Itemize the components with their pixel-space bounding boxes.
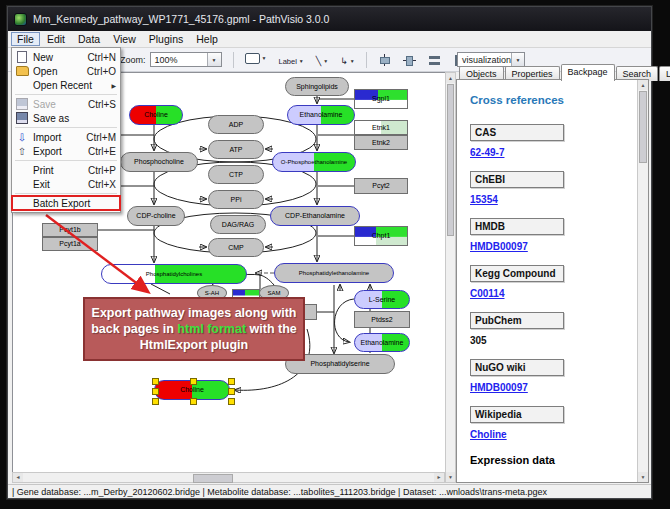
menu-item-open-recent[interactable]: Open Recent▶: [12, 78, 120, 92]
xref-section: PubChem305: [470, 312, 631, 346]
app-icon: [14, 13, 27, 26]
node-choline[interactable]: Choline: [129, 105, 183, 125]
node-sgpl1[interactable]: Sgpl1: [354, 89, 408, 109]
xref-value[interactable]: HMDB00097: [470, 241, 631, 252]
node-cmp[interactable]: CMP: [208, 238, 264, 257]
selection-handle[interactable]: [190, 398, 197, 405]
scrollbar-thumb[interactable]: [639, 91, 647, 163]
node-pcyt1a[interactable]: Pcyt1a: [42, 237, 98, 251]
node-cdp-choline[interactable]: CDP-choline: [127, 206, 185, 226]
menu-item-shortcut: Ctrl+O: [87, 66, 116, 77]
label-tool-button[interactable]: Label▼: [274, 51, 307, 71]
node-chpt1[interactable]: Chpt1: [354, 226, 408, 246]
selection-handle[interactable]: [152, 398, 159, 405]
menu-item-shortcut: Ctrl+X: [88, 179, 116, 190]
gene-box-icon: [245, 53, 260, 64]
menu-edit[interactable]: Edit: [41, 32, 71, 46]
scroll-down-icon[interactable]: ▼: [446, 472, 455, 482]
menu-item-save-as[interactable]: Save as: [12, 111, 120, 125]
xref-value[interactable]: Choline: [470, 429, 631, 440]
node-dag-rag[interactable]: DAG/RAG: [210, 215, 266, 234]
align-center-x-button[interactable]: [374, 50, 395, 70]
node-ctp[interactable]: CTP: [208, 165, 264, 184]
tab-backpage[interactable]: Backpage: [561, 64, 615, 81]
xref-value[interactable]: 62-49-7: [470, 147, 631, 158]
scrollbar-thumb[interactable]: [193, 474, 233, 483]
node-sphingolipids[interactable]: Sphingolipids: [285, 77, 349, 96]
backpage-panel: Cross references CAS62-49-7ChEBI15354HMD…: [456, 79, 649, 483]
selection-handle[interactable]: [228, 388, 235, 395]
node-phosphatidylethanolamine[interactable]: Phosphatidylethanolamine: [274, 263, 394, 283]
node-phosphatidylcholines[interactable]: Phosphatidylcholines: [101, 264, 247, 284]
menu-plugins[interactable]: Plugins: [143, 32, 189, 46]
xref-value[interactable]: HMDB00097: [470, 382, 631, 393]
tab-legend[interactable]: Legend: [659, 66, 670, 81]
chevron-down-icon[interactable]: ▼: [207, 53, 221, 66]
node-label: Phosphatidylcholines: [102, 265, 246, 283]
menu-item-export[interactable]: ExportCtrl+E: [12, 144, 120, 158]
sidebar-scrollbar[interactable]: ▲ ▼: [637, 80, 648, 482]
menu-view[interactable]: View: [107, 32, 142, 46]
selection-handle[interactable]: [190, 378, 197, 385]
menu-data[interactable]: Data: [72, 32, 106, 46]
xref-value[interactable]: 15354: [470, 194, 631, 205]
align-center-y-button[interactable]: [399, 50, 420, 70]
canvas-vertical-scrollbar[interactable]: ▲ ▼: [445, 72, 456, 483]
selection-handle[interactable]: [152, 388, 159, 395]
menu-item-import[interactable]: ImportCtrl+M: [12, 130, 120, 144]
import-icon: [15, 132, 29, 143]
menu-item-label: Save as: [33, 113, 69, 124]
export-icon: [15, 146, 29, 157]
toolbar-separator: [366, 52, 367, 68]
node-l-serine[interactable]: L-Serine: [354, 290, 410, 309]
scroll-right-icon[interactable]: ►: [434, 473, 444, 482]
scroll-up-icon[interactable]: ▲: [638, 80, 648, 90]
distribute-rows-icon: [428, 54, 441, 66]
selection-handle[interactable]: [228, 398, 235, 405]
zoom-combobox[interactable]: 100% ▼: [150, 52, 222, 67]
distribute-rows-button[interactable]: [424, 50, 445, 70]
menu-item-open[interactable]: OpenCtrl+O: [12, 64, 120, 78]
menu-separator: [15, 160, 117, 161]
menu-item-label: Save: [33, 99, 56, 110]
align-center-x-icon: [378, 54, 391, 66]
node-label: L-Serine: [355, 291, 409, 308]
scroll-up-icon[interactable]: ▲: [446, 73, 455, 83]
node-pcyt2[interactable]: Pcyt2: [354, 178, 408, 194]
node-ptdss2[interactable]: Ptdss2: [354, 311, 410, 328]
xref-value[interactable]: C00114: [470, 288, 631, 299]
menu-help[interactable]: Help: [190, 32, 224, 46]
scroll-down-icon[interactable]: ▼: [638, 472, 648, 482]
menu-item-batch-export[interactable]: Batch Export: [12, 196, 120, 210]
node-ethanolamine[interactable]: Ethanolamine: [287, 105, 355, 125]
datanode-tool-button[interactable]: ▼: [241, 48, 271, 68]
scroll-left-icon[interactable]: ◄: [13, 473, 23, 482]
selection-handle[interactable]: [228, 378, 235, 385]
node-cdp-ethanolamine[interactable]: CDP-Ethanolamine: [270, 206, 360, 226]
menu-file[interactable]: File: [11, 32, 40, 46]
menu-item-label: New: [33, 52, 53, 63]
menu-item-print[interactable]: PrintCtrl+P: [12, 163, 120, 177]
connector-tool-button[interactable]: ▼: [336, 51, 359, 71]
node-atp[interactable]: ATP: [208, 140, 264, 159]
menu-item-exit[interactable]: ExitCtrl+X: [12, 177, 120, 191]
node-etnk1[interactable]: Etnk1: [354, 120, 408, 135]
line-tool-button[interactable]: ▼: [312, 51, 332, 71]
align-center-y-icon: [403, 54, 416, 66]
menu-item-save[interactable]: SaveCtrl+S: [12, 97, 120, 111]
node-adp[interactable]: ADP: [208, 115, 264, 134]
selection-handle[interactable]: [152, 378, 159, 385]
node-phosphocholine[interactable]: Phosphocholine: [120, 152, 198, 172]
node-o-phosphoethanolamine[interactable]: O-Phosphoethanolamine: [272, 152, 356, 172]
node-etnk2[interactable]: Etnk2: [354, 135, 408, 150]
scrollbar-thumb[interactable]: [447, 84, 454, 236]
node-ethanolamine[interactable]: Ethanolamine: [354, 333, 410, 352]
node-label: ADP: [209, 116, 263, 133]
status-bar: | Gene database: ...m_Derby_20120602.bri…: [8, 484, 651, 498]
node-choline[interactable]: Choline: [154, 380, 230, 400]
node-label: Chpt1: [355, 227, 407, 245]
canvas-horizontal-scrollbar[interactable]: ◄ ►: [12, 472, 445, 483]
menu-item-new[interactable]: NewCtrl+N: [12, 50, 120, 64]
node-pcyt1b[interactable]: Pcyt1b: [42, 223, 98, 237]
node-ppi[interactable]: PPi: [208, 190, 264, 209]
